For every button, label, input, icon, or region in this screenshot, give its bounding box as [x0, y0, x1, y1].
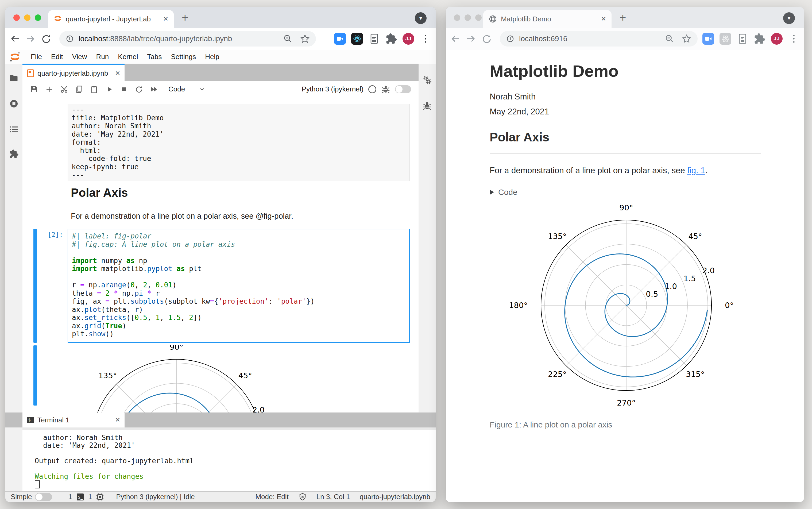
close-tab-icon[interactable]: ✕ [601, 15, 606, 23]
cut-cells-icon[interactable] [60, 85, 68, 94]
kernel-name[interactable]: Python 3 (ipykernel) [302, 85, 363, 93]
minimize-window-button[interactable] [464, 14, 471, 21]
url-host: localhost [519, 34, 549, 43]
menu-file[interactable]: File [26, 53, 46, 61]
terminal-tab[interactable]: $_ Terminal 1 ✕ [23, 412, 125, 428]
body-paragraph: For a demonstration of a line plot on a … [490, 166, 707, 175]
reload-icon[interactable] [481, 33, 492, 45]
forward-icon[interactable] [465, 33, 477, 45]
raw-line-4: format: [72, 138, 406, 146]
reload-icon[interactable] [40, 33, 52, 45]
site-info-icon[interactable] [65, 34, 74, 43]
site-info-icon[interactable] [506, 34, 515, 43]
forward-icon[interactable] [25, 33, 36, 45]
paste-cells-icon[interactable] [90, 85, 98, 94]
extension-manager-icon[interactable] [9, 149, 19, 159]
terminals-status-icon[interactable]: $_ [76, 493, 84, 501]
zoom-window-button[interactable] [475, 14, 482, 21]
markdown-heading: Polar Axis [71, 186, 128, 199]
trust-shield-icon[interactable] [298, 493, 307, 501]
zoom-level-icon[interactable] [283, 34, 293, 44]
property-inspector-gears-icon[interactable] [422, 75, 432, 85]
menu-settings[interactable]: Settings [166, 53, 201, 61]
browser-menu-icon[interactable] [420, 33, 431, 45]
extensions-puzzle-icon[interactable] [754, 33, 766, 45]
bookmark-star-icon[interactable] [681, 34, 692, 44]
debugger-bug-icon[interactable] [422, 101, 432, 111]
debugger-toggle-bug-icon[interactable] [381, 85, 390, 94]
docs-extension-icon[interactable] [737, 33, 748, 45]
cell-output-collapser[interactable] [33, 345, 37, 406]
close-tab-icon[interactable]: ✕ [163, 15, 168, 23]
zoom-window-button[interactable] [35, 14, 41, 21]
close-notebook-tab-icon[interactable]: ✕ [115, 69, 120, 77]
simple-mode-toggle[interactable] [35, 493, 52, 501]
kernel-status-text[interactable]: Python 3 (ipykernel) | Idle [116, 493, 195, 501]
figure-caption: Figure 1: A line plot on a polar axis [490, 420, 612, 429]
statusbar-filename: quarto-jupyterlab.ipynb [360, 493, 431, 501]
docs-extension-icon[interactable] [368, 33, 380, 45]
menu-run[interactable]: Run [92, 53, 114, 61]
new-tab-button[interactable]: + [620, 12, 626, 24]
cell-type-chevron-down-icon[interactable] [198, 86, 206, 93]
debugger-toggle[interactable] [395, 85, 411, 93]
code-fold-disclosure[interactable]: Code [490, 188, 518, 197]
react-devtools-icon[interactable] [719, 33, 731, 45]
menu-tabs[interactable]: Tabs [142, 53, 166, 61]
menu-view[interactable]: View [68, 53, 92, 61]
close-terminal-tab-icon[interactable]: ✕ [115, 416, 120, 424]
file-browser-icon[interactable] [9, 73, 19, 83]
cell-input-collapser[interactable] [33, 229, 37, 343]
menu-help[interactable]: Help [201, 53, 224, 61]
raw-frontmatter-cell[interactable]: ---title: Matplotlib Demoauthor: Norah S… [68, 104, 410, 181]
save-icon[interactable] [30, 85, 38, 94]
code-line-5 [72, 273, 405, 281]
simple-mode-label: Simple [11, 493, 32, 501]
run-all-cells-icon[interactable] [150, 85, 158, 94]
cell-type-select[interactable]: Code [168, 85, 185, 93]
profile-avatar[interactable]: JJ [402, 33, 414, 45]
raw-line-0: --- [72, 106, 406, 114]
code-line-3: import numpy as np [72, 257, 405, 265]
react-devtools-icon[interactable] [351, 33, 363, 45]
tab-search-button[interactable]: ▾ [415, 12, 427, 24]
desktop: quarto-jupyterl - JupyterLab ✕ + ▾ local… [0, 0, 812, 509]
zoom-app-icon[interactable] [702, 33, 714, 45]
minimize-window-button[interactable] [24, 14, 31, 21]
back-icon[interactable] [450, 33, 461, 45]
restart-kernel-icon[interactable] [135, 85, 143, 94]
zoom-level-icon[interactable] [665, 34, 675, 44]
zoom-app-icon[interactable] [334, 33, 346, 45]
bookmark-star-icon[interactable] [300, 34, 310, 44]
address-bar[interactable]: localhost:8888/lab/tree/quarto-jupyterla… [59, 31, 316, 46]
extensions-puzzle-icon[interactable] [385, 33, 397, 45]
interrupt-kernel-icon[interactable] [120, 85, 128, 94]
notebook-mode[interactable]: Mode: Edit [255, 493, 288, 501]
notebook-tab[interactable]: quarto-jupyterlab.ipynb ✕ [23, 64, 125, 81]
running-sessions-icon[interactable] [9, 99, 19, 108]
browser-tab[interactable]: quarto-jupyterl - JupyterLab ✕ [48, 10, 174, 28]
kernels-chip-icon[interactable] [96, 493, 104, 501]
add-cell-icon[interactable] [45, 85, 54, 94]
profile-avatar[interactable]: JJ [771, 33, 783, 45]
cursor-position[interactable]: Ln 3, Col 1 [316, 493, 350, 501]
close-window-button[interactable] [13, 14, 20, 21]
figure-link[interactable]: fig. 1 [687, 166, 705, 175]
code-cell[interactable]: #| label: fig-polar#| fig.cap: A line pl… [68, 229, 410, 343]
new-tab-button[interactable]: + [182, 12, 188, 24]
back-icon[interactable] [9, 33, 21, 45]
menubar-items: File Edit View Run Kernel Tabs Settings … [26, 53, 224, 61]
menu-kernel[interactable]: Kernel [113, 53, 142, 61]
browser-tab[interactable]: Matplotlib Demo ✕ [483, 10, 611, 28]
tab-search-button[interactable]: ▾ [783, 12, 795, 24]
terminal-output[interactable]: author: Norah Smith date: 'May 22nd, 202… [23, 430, 436, 491]
copy-cells-icon[interactable] [75, 85, 83, 94]
raw-line-6: code-fold: true [72, 155, 406, 163]
close-window-button[interactable] [454, 14, 460, 21]
run-cell-icon[interactable] [105, 85, 113, 94]
menu-edit[interactable]: Edit [46, 53, 68, 61]
address-bar[interactable]: localhost:6916 [500, 31, 698, 46]
table-of-contents-icon[interactable] [9, 125, 19, 134]
browser-menu-icon[interactable] [788, 33, 800, 45]
tab-title: quarto-jupyterl - JupyterLab [66, 15, 159, 23]
